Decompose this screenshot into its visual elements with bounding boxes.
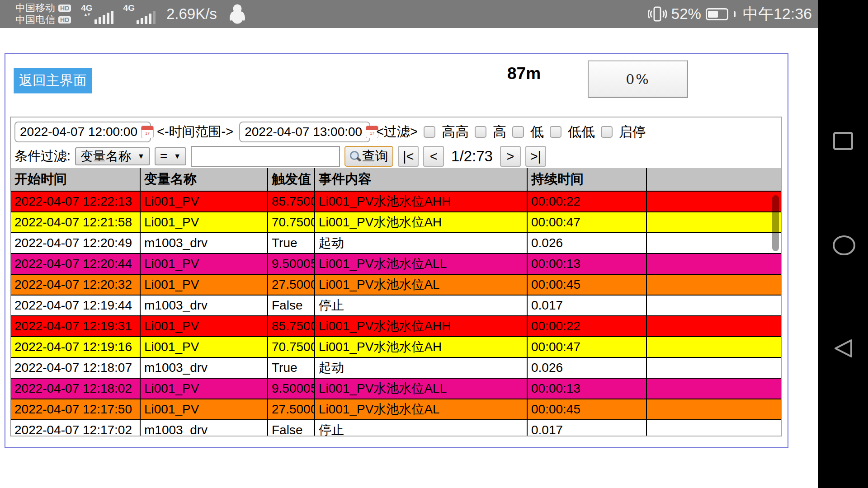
checkbox-label: 高高: [442, 123, 469, 141]
table-cell-start: 2022-04-07 12:20:44: [11, 253, 140, 274]
carrier1-name: 中国移动: [15, 3, 55, 14]
page-info-label: 1/2:73: [448, 148, 495, 165]
data-activity-arrows-icon: [84, 12, 90, 18]
start-time-input[interactable]: 2022-04-07 12:00:00: [14, 122, 151, 142]
table-row[interactable]: 2022-04-07 12:17:50Li001_PV27.50005Li001…: [11, 399, 781, 420]
table-cell-value: False: [268, 420, 315, 436]
table-header-row: 开始时间 变量名称 触发值 事件内容 持续时间: [11, 168, 781, 191]
network-speed-label: 2.69K/s: [166, 5, 217, 23]
first-page-button[interactable]: |<: [398, 146, 419, 167]
screen: 中国移动 HD 中国电信 HD 4G 4G: [0, 0, 868, 488]
table-cell-start: 2022-04-07 12:20:49: [11, 233, 140, 253]
filter-checkbox-high: 高: [475, 123, 506, 141]
checkbox-high[interactable]: [475, 126, 486, 138]
table-row[interactable]: 2022-04-07 12:20:32Li001_PV27.50005Li001…: [11, 274, 781, 295]
condition-filter-label: 条件过滤:: [14, 147, 71, 165]
table-cell-name: m1003_drv: [140, 295, 268, 316]
table-cell-start: 2022-04-07 12:19:31: [11, 316, 140, 337]
checkbox-low[interactable]: [512, 126, 524, 138]
table-scrollbar-thumb[interactable]: [772, 195, 779, 251]
dropdown-arrow-icon: ▼: [174, 152, 181, 160]
home-circle-icon[interactable]: [832, 235, 856, 256]
table-row[interactable]: 2022-04-07 12:19:31Li001_PV85.75005Li001…: [11, 316, 781, 337]
magnifier-icon: [349, 150, 361, 162]
table-cell-name: Li001_PV: [140, 316, 268, 337]
vibrate-icon: [648, 5, 667, 23]
table-cell-duration: 00:00:47: [527, 212, 646, 233]
table-cell-start: 2022-04-07 12:21:58: [11, 212, 140, 233]
signal-bars-icon: [137, 11, 156, 24]
checkbox-startstop[interactable]: [601, 126, 613, 138]
battery-percent-label: 52%: [671, 5, 701, 23]
percent-button[interactable]: 0%: [588, 60, 688, 98]
table-cell-name: Li001_PV: [140, 212, 268, 233]
hd-badge-icon: HD: [58, 5, 71, 12]
table-cell-event: Li001_PV水池水位AHH: [315, 191, 527, 212]
time-filter-row: 2022-04-07 12:00:00 <-时间范围-> 2022-04-07 …: [14, 119, 779, 145]
table-row[interactable]: 2022-04-07 12:19:16Li001_PV70.75005Li001…: [11, 337, 781, 357]
table-row[interactable]: 2022-04-07 12:18:02Li001_PV9.500051Li001…: [11, 378, 781, 399]
query-button[interactable]: 查询: [344, 146, 393, 167]
table-cell-name: m1003_drv: [140, 357, 268, 378]
table-cell-blank: [646, 274, 781, 295]
table-cell-duration: 0.026: [527, 357, 646, 378]
condition-value-input[interactable]: [191, 146, 340, 167]
table-cell-blank: [646, 420, 781, 436]
next-page-button[interactable]: >: [500, 146, 521, 167]
table-row[interactable]: 2022-04-07 12:17:02m1003_drvFalse停止0.017: [11, 420, 781, 436]
table-cell-duration: 0.017: [527, 295, 646, 316]
carrier-row-2: 中国电信 HD: [15, 14, 71, 25]
carrier-row-1: 中国移动 HD: [15, 3, 71, 14]
table-cell-event: Li001_PV水池水位AH: [315, 337, 527, 357]
operator-select[interactable]: = ▼: [155, 147, 186, 165]
back-triangle-icon[interactable]: [832, 338, 854, 359]
table-row[interactable]: 2022-04-07 12:18:07m1003_drvTrue起动0.026: [11, 357, 781, 378]
field-select-value: 变量名称: [80, 148, 131, 165]
recents-square-icon[interactable]: [832, 131, 854, 151]
time-range-label: <-时间范围->: [157, 123, 233, 141]
table-row[interactable]: 2022-04-07 12:20:44Li001_PV9.500051Li001…: [11, 253, 781, 274]
last-page-button[interactable]: >|: [525, 146, 546, 167]
event-table: 开始时间 变量名称 触发值 事件内容 持续时间 2022-04-07 12:22…: [11, 168, 781, 436]
table-row[interactable]: 2022-04-07 12:19:44m1003_drvFalse停止0.017: [11, 295, 781, 316]
table-cell-name: m1003_drv: [140, 233, 268, 253]
table-cell-blank: [646, 295, 781, 316]
filter-checkbox-startstop: 启停: [601, 123, 646, 141]
col-header-blank: [646, 168, 781, 191]
table-cell-blank: [646, 399, 781, 420]
table-cell-value: 27.50005: [268, 274, 315, 295]
checkbox-highhigh[interactable]: [424, 126, 435, 138]
field-select[interactable]: 变量名称 ▼: [75, 147, 150, 165]
status-bar: 中国移动 HD 中国电信 HD 4G 4G: [0, 0, 818, 28]
table-row[interactable]: 2022-04-07 12:20:49m1003_drvTrue起动0.026: [11, 233, 781, 253]
table-cell-value: 85.75005: [268, 191, 315, 212]
start-time-value: 2022-04-07 12:00:00: [20, 125, 137, 139]
table-cell-duration: 00:00:13: [527, 253, 646, 274]
table-cell-blank: [646, 316, 781, 337]
table-cell-duration: 00:00:45: [527, 274, 646, 295]
filter-checkbox-lowlow: 低低: [550, 123, 595, 141]
back-to-main-button[interactable]: 返回主界面: [14, 68, 92, 94]
table-cell-event: Li001_PV水池水位ALL: [315, 253, 527, 274]
end-time-input[interactable]: 2022-04-07 13:00:00: [239, 122, 370, 142]
col-header-duration: 持续时间: [527, 168, 646, 191]
col-header-trigger-value: 触发值: [268, 168, 315, 191]
table-cell-blank: [646, 191, 781, 212]
battery-cap-icon: [734, 11, 736, 17]
table-cell-event: 停止: [315, 295, 527, 316]
prev-page-button[interactable]: <: [423, 146, 444, 167]
checkbox-lowlow[interactable]: [550, 126, 561, 138]
table-cell-name: Li001_PV: [140, 191, 268, 212]
table-cell-name: Li001_PV: [140, 274, 268, 295]
table-cell-duration: 00:00:13: [527, 378, 646, 399]
table-row[interactable]: 2022-04-07 12:22:13Li001_PV85.75005Li001…: [11, 191, 781, 212]
table-cell-value: True: [268, 357, 315, 378]
android-nav-bar: [818, 0, 868, 488]
table-row[interactable]: 2022-04-07 12:21:58Li001_PV70.75005Li001…: [11, 212, 781, 233]
notification-penguin-icon: [230, 4, 245, 24]
hd-badge-icon: HD: [58, 16, 71, 23]
filter-checkbox-low: 低: [512, 123, 544, 141]
checkbox-label: 低低: [568, 123, 595, 141]
calendar-icon[interactable]: [141, 126, 154, 138]
clock-label: 中午12:36: [743, 4, 812, 24]
